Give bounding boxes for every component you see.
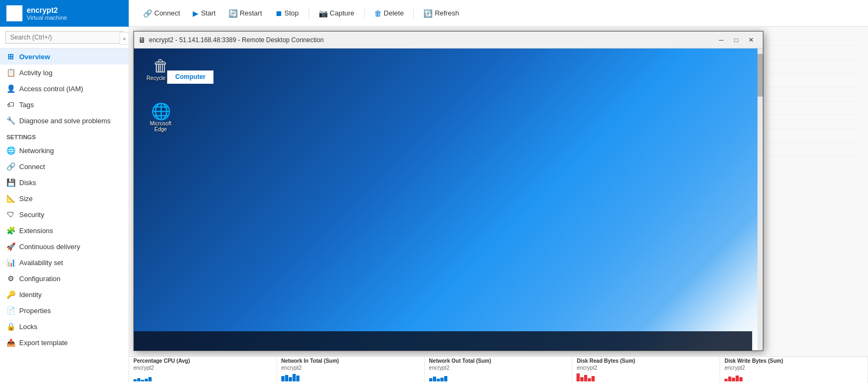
restart-icon: 🔄 (228, 9, 238, 18)
sidebar-item-label-export: Export template (19, 339, 68, 347)
refresh-button[interactable]: 🔃 Refresh (418, 6, 464, 21)
sidebar-item-label-connect: Connect (19, 163, 45, 171)
sidebar-item-overview[interactable]: ⊞ Overview (0, 49, 129, 65)
toolbar: 🔗 Connect ▶ Start 🔄 Restart ⏹ Stop 📷 Cap… (129, 0, 868, 27)
delete-icon: 🗑 (374, 9, 382, 18)
main-area: 🔗 Connect ▶ Start 🔄 Restart ⏹ Stop 📷 Cap… (129, 0, 868, 383)
sidebar-item-label-security: Security (19, 211, 44, 219)
net-in-title: Network In Total (Sum) (281, 358, 420, 364)
start-button[interactable]: ▶ Start (187, 6, 220, 21)
rdp-window: 🗑 Recycle Bin 🌐 Microsoft Edge 🖥 encrypt… (133, 31, 763, 351)
rdp-desktop: 🗑 Recycle Bin 🌐 Microsoft Edge (134, 49, 757, 350)
sidebar-item-locks[interactable]: 🔒 Locks (0, 318, 129, 334)
rdp-scroll-thumb (757, 54, 763, 97)
sidebar-item-label-cd: Continuous delivery (19, 243, 80, 251)
capture-icon: 📷 (319, 9, 328, 18)
vm-icon: 🖥 (6, 5, 22, 21)
rdp-close-button[interactable]: ✕ (744, 33, 759, 47)
sidebar-item-activity-log[interactable]: 📋 Activity log (0, 65, 129, 81)
export-icon: 📤 (6, 338, 15, 347)
chart-bar-area: Percentage CPU (Avg) encrypt2 Network In… (129, 356, 868, 383)
extensions-icon: 🧩 (6, 226, 15, 235)
sidebar-item-label-diagnose: Diagnose and solve problems (19, 117, 111, 125)
disk-write-title: Disk Write Bytes (Sum) (724, 358, 863, 364)
restart-button[interactable]: 🔄 Restart (223, 6, 267, 21)
sidebar-item-label-availability: Availability set (19, 259, 63, 267)
availability-icon: 📊 (6, 258, 15, 267)
sidebar-item-disks[interactable]: 💾 Disks (0, 174, 129, 190)
connect-button[interactable]: 🔗 Connect (138, 6, 185, 21)
sidebar-item-availability-set[interactable]: 📊 Availability set (0, 254, 129, 270)
settings-section-label: Settings (0, 129, 129, 142)
rdp-titlebar-icon: 🖥 (138, 36, 146, 44)
disks-icon: 💾 (6, 178, 15, 187)
sidebar-item-connect[interactable]: 🔗 Connect (0, 158, 129, 174)
sidebar-item-security[interactable]: 🛡 Security (0, 206, 129, 222)
stop-label: Stop (285, 9, 299, 17)
cpu-bars (133, 371, 272, 381)
sidebar-item-label-networking: Networking (19, 147, 54, 155)
sidebar-item-diagnose[interactable]: 🔧 Diagnose and solve problems (0, 113, 129, 129)
sidebar-item-tags[interactable]: 🏷 Tags (0, 97, 129, 113)
tags-icon: 🏷 (6, 100, 15, 109)
sidebar-item-properties[interactable]: 📄 Properties (0, 302, 129, 318)
toolbar-sep-2 (364, 8, 365, 19)
sidebar-item-label-iam: Access control (IAM) (19, 85, 83, 93)
disk-read-bars (577, 371, 715, 381)
sidebar: 🖥 encrypt2 Virtual machine ⊞ Overview 📋 … (0, 0, 129, 383)
sidebar-item-size[interactable]: 📐 Size (0, 190, 129, 206)
sidebar-item-continuous-delivery[interactable]: 🚀 Continuous delivery (0, 238, 129, 254)
rdp-scrollbar[interactable] (757, 49, 763, 350)
configuration-icon: ⚙ (6, 274, 15, 283)
cpu-chart-sub: encrypt2 (133, 365, 272, 371)
sidebar-collapse-button[interactable]: « (120, 32, 129, 45)
disk-write-bars (724, 371, 863, 381)
refresh-label: Refresh (435, 9, 459, 17)
chart-section-disk-write: Disk Write Bytes (Sum) encrypt2 (720, 357, 868, 383)
size-icon: 📐 (6, 194, 15, 203)
sidebar-item-identity[interactable]: 🔑 Identity (0, 286, 129, 302)
identity-icon: 🔑 (6, 290, 15, 299)
sidebar-item-label-size: Size (19, 195, 33, 203)
chart-section-disk-read: Disk Read Bytes (Sum) encrypt2 (572, 357, 720, 383)
net-in-bars (281, 371, 420, 381)
sidebar-item-extensions[interactable]: 🧩 Extensions (0, 222, 129, 238)
sidebar-item-label-disks: Disks (19, 179, 36, 187)
cd-icon: 🚀 (6, 242, 15, 251)
connect-icon: 🔗 (6, 162, 15, 171)
sidebar-item-label-overview: Overview (19, 53, 50, 61)
chart-section-cpu: Percentage CPU (Avg) encrypt2 (129, 357, 277, 383)
net-out-title: Network Out Total (Sum) (429, 358, 568, 364)
sidebar-search-container (0, 27, 129, 49)
sidebar-item-configuration[interactable]: ⚙ Configuration (0, 270, 129, 286)
disk-read-sub: encrypt2 (577, 365, 715, 371)
restart-label: Restart (240, 9, 262, 17)
sidebar-item-label-properties: Properties (19, 307, 51, 315)
sidebar-item-iam[interactable]: 👤 Access control (IAM) (0, 81, 129, 97)
vm-name: encrypt2 (27, 6, 67, 14)
stop-button[interactable]: ⏹ Stop (270, 6, 304, 21)
ribbon-tab-computer[interactable]: Computer (167, 70, 214, 84)
rdp-minimize-button[interactable]: ─ (714, 33, 729, 47)
connect-label: Connect (154, 9, 180, 17)
sidebar-item-networking[interactable]: 🌐 Networking (0, 142, 129, 158)
networking-icon: 🌐 (6, 146, 15, 155)
rdp-maximize-button[interactable]: □ (729, 33, 744, 47)
disk-write-sub: encrypt2 (724, 365, 863, 371)
sidebar-nav: ⊞ Overview 📋 Activity log 👤 Access contr… (0, 49, 129, 383)
locks-icon: 🔒 (6, 322, 15, 331)
edge-label: Microsoft Edge (145, 121, 177, 132)
properties-icon: 📄 (6, 306, 15, 315)
stop-icon: ⏹ (275, 9, 282, 18)
capture-button[interactable]: 📷 Capture (313, 6, 360, 21)
chart-section-net-in: Network In Total (Sum) encrypt2 (277, 357, 425, 383)
start-label: Start (201, 9, 215, 17)
capture-label: Capture (330, 9, 354, 17)
rdp-taskbar (134, 331, 752, 350)
delete-button[interactable]: 🗑 Delete (369, 6, 409, 21)
sidebar-item-label-tags: Tags (19, 101, 34, 109)
refresh-icon: 🔃 (423, 9, 432, 18)
sidebar-search-input[interactable] (5, 31, 123, 44)
sidebar-item-export-template[interactable]: 📤 Export template (0, 334, 129, 350)
connect-toolbar-icon: 🔗 (143, 9, 152, 18)
